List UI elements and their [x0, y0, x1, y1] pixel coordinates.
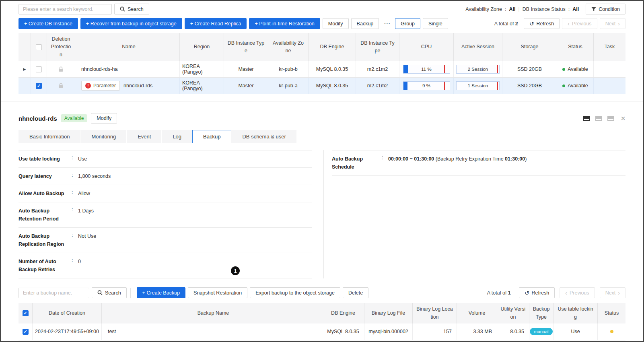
- backup-previous-button[interactable]: ‹ Previous: [560, 287, 595, 298]
- more-actions-button[interactable]: ⋯: [381, 20, 393, 27]
- header-storage: Storage: [502, 33, 557, 61]
- alert-exclamation-icon: !: [85, 83, 91, 89]
- cpu-threshold-line: [444, 65, 445, 73]
- backup-search-button[interactable]: Search: [92, 287, 127, 298]
- search-icon: [120, 6, 125, 12]
- expand-row-icon[interactable]: ▶: [23, 67, 26, 71]
- tab-event[interactable]: Event: [127, 130, 162, 143]
- create-read-replica-button[interactable]: + Create Read Replica: [185, 18, 247, 29]
- detail-tabs: Basic Information Monitoring Event Log B…: [1, 130, 643, 143]
- instance-total-count: 2: [515, 21, 518, 27]
- header-utility-version: Utility Version: [497, 303, 529, 323]
- instance-task: [593, 78, 625, 94]
- retry-expiration-prefix: (Backup Retry Expiration Time: [436, 156, 504, 162]
- tab-db-schema-user[interactable]: DB schema & user: [231, 130, 296, 143]
- retry-expiration-suffix: ): [525, 156, 527, 162]
- close-icon[interactable]: ×: [621, 114, 625, 122]
- colon-separator: :: [72, 207, 78, 223]
- backup-settings: Use table locking : Use Query latency : …: [1, 150, 643, 278]
- header-backup-type: Backup Type: [529, 303, 553, 323]
- panel-height-large-icon[interactable]: [583, 116, 590, 121]
- colon-separator: :: [72, 190, 78, 198]
- chevron-right-icon: ›: [618, 290, 620, 296]
- active-session-count: 2 Session: [468, 67, 488, 72]
- search-icon: [97, 290, 103, 295]
- instance-availability-zone: kr-pub-a: [268, 78, 308, 94]
- parameter-alert-badge[interactable]: ! Parameter: [81, 81, 120, 91]
- instance-next-label: Next: [605, 21, 616, 27]
- header-binary-log-file: Binary Log File: [364, 303, 412, 323]
- panel-height-small-icon[interactable]: [607, 116, 614, 121]
- cpu-gauge: 9 %: [403, 81, 450, 90]
- active-session-count: 1 Session: [468, 83, 488, 88]
- snapshot-restoration-button[interactable]: Snapshot Restoration: [188, 287, 247, 298]
- cpu-gauge-fill: [403, 82, 407, 90]
- chevron-left-icon: ‹: [565, 290, 567, 296]
- group-view-button[interactable]: Group: [395, 18, 420, 29]
- modify-instance-button[interactable]: Modify: [323, 18, 349, 29]
- instance-task: [593, 61, 625, 77]
- instance-row-nhncloud-rds-ha[interactable]: ▶ nhncloud-rds-ha KOREA (Pangyo) Master …: [19, 61, 625, 78]
- backup-instance-button[interactable]: Backup: [351, 18, 379, 29]
- backup-search-input[interactable]: [19, 288, 89, 298]
- instance-previous-button[interactable]: ‹ Previous: [562, 18, 597, 29]
- condition-button[interactable]: Condition: [586, 4, 625, 14]
- lock-icon: [58, 66, 64, 72]
- info-row-use-table-locking: Use table locking : Use: [19, 150, 312, 168]
- filter-summary: Availability Zone : All | DB Instance St…: [465, 4, 625, 14]
- backup-refresh-label: Refresh: [532, 290, 549, 296]
- backup-row-checkbox[interactable]: ✓: [23, 329, 29, 335]
- backup-refresh-button[interactable]: ↺ Refresh: [519, 287, 555, 298]
- header-db-instance-type: DB Instance Type: [224, 33, 268, 61]
- info-row-query-latency: Query latency : 1,800 seconds: [19, 168, 312, 185]
- instance-name: nhncloud-rds-ha: [75, 61, 179, 77]
- instance-availability-zone: kr-pub-b: [268, 61, 308, 77]
- recover-from-backup-button[interactable]: + Recover from backup in object storage: [80, 18, 182, 29]
- info-value: Use: [78, 155, 312, 163]
- instance-search-input[interactable]: [19, 4, 112, 14]
- cpu-percent: 9 %: [422, 83, 430, 88]
- instance-db-instance-type-2: m2.c1m2: [356, 61, 399, 77]
- backup-select-all-checkbox[interactable]: ✓: [23, 310, 29, 316]
- point-in-time-restoration-button[interactable]: + Point-in-time Restoration: [249, 18, 320, 29]
- tab-log[interactable]: Log: [162, 130, 192, 143]
- refresh-icon: ↺: [525, 290, 529, 296]
- backup-total-label: A total of 1: [487, 290, 511, 296]
- backup-binary-log-file: mysql-bin.000002: [364, 323, 412, 340]
- toolbar-divider: [130, 288, 131, 298]
- tab-basic-information[interactable]: Basic Information: [19, 130, 80, 143]
- instance-db-instance-type: Master: [224, 61, 268, 77]
- create-db-instance-button[interactable]: + Create DB Instance: [19, 18, 78, 29]
- backup-pagination: A total of 1 ↺ Refresh ‹ Previous Next ›: [487, 287, 625, 298]
- session-threshold-line: [497, 65, 498, 73]
- row-checkbox[interactable]: [36, 66, 42, 72]
- instance-refresh-button[interactable]: ↺ Refresh: [524, 18, 560, 29]
- backup-search-button-label: Search: [105, 290, 121, 296]
- detail-modify-button[interactable]: Modify: [91, 113, 117, 124]
- colon-separator: :: [505, 6, 506, 12]
- instance-name: nhncloud-rds: [123, 83, 152, 89]
- panel-height-medium-icon[interactable]: [595, 116, 602, 121]
- row-checkbox[interactable]: ✓: [36, 83, 42, 89]
- instance-search-button[interactable]: Search: [114, 4, 149, 14]
- colon-separator: :: [568, 6, 570, 12]
- single-view-button[interactable]: Single: [423, 18, 448, 29]
- tab-monitoring[interactable]: Monitoring: [80, 130, 127, 143]
- info-value: Allow: [78, 190, 312, 198]
- backup-row-test[interactable]: ✓ 2024-02-23T17:49:55+09:00 test MySQL 8…: [19, 323, 625, 340]
- info-value: Not Use: [78, 232, 312, 248]
- check-icon: ✓: [23, 329, 27, 334]
- instance-next-button[interactable]: Next ›: [600, 18, 625, 29]
- tab-backup[interactable]: Backup: [192, 130, 231, 143]
- db-instance-status-filter-value: All: [572, 6, 579, 12]
- create-backup-button[interactable]: + Create Backup: [137, 287, 185, 298]
- instance-row-nhncloud-rds[interactable]: ✓ ! Parameter nhncloud-rds KOREA (Pangyo…: [19, 78, 625, 94]
- export-backup-button[interactable]: Export backup to the object storage: [250, 287, 340, 298]
- header-select-all: [31, 33, 47, 61]
- info-label: Auto Backup Retention Period: [19, 207, 72, 223]
- header-status: Status: [597, 303, 625, 323]
- backup-next-button[interactable]: Next ›: [600, 287, 625, 298]
- select-all-checkbox[interactable]: [36, 44, 42, 50]
- delete-backup-button[interactable]: Delete: [343, 287, 368, 298]
- backup-utility-version: 8.0.35: [497, 323, 529, 340]
